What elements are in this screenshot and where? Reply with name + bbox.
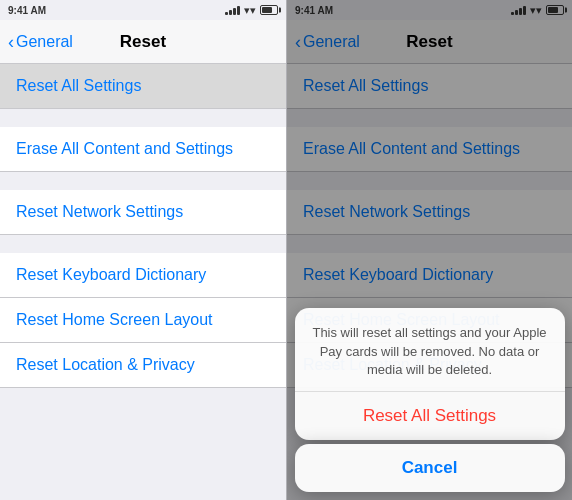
battery-icon	[260, 5, 278, 15]
back-button-left[interactable]: ‹ General	[8, 33, 73, 51]
nav-bar-left: ‹ General Reset	[0, 20, 286, 64]
section-4-left: Reset Keyboard Dictionary Reset Home Scr…	[0, 253, 286, 388]
settings-list-left: Reset All Settings Erase All Content and…	[0, 64, 286, 500]
location-label: Reset Location & Privacy	[16, 356, 195, 374]
section-1-left: Reset All Settings	[0, 64, 286, 109]
section-2-left: Erase All Content and Settings	[0, 127, 286, 172]
list-item-homescreen[interactable]: Reset Home Screen Layout	[0, 298, 286, 343]
keyboard-label: Reset Keyboard Dictionary	[16, 266, 206, 284]
left-panel: 9:41 AM ▾▾ ‹ General Reset Reset All Set…	[0, 0, 286, 500]
right-panel: 9:41 AM ▾▾ ‹ General Reset Reset All Set…	[286, 0, 572, 500]
status-bar-left: 9:41 AM ▾▾	[0, 0, 286, 20]
gap-1-left	[0, 109, 286, 127]
chevron-left-icon: ‹	[8, 33, 14, 51]
dialog-cancel-container: Cancel	[295, 444, 565, 492]
list-item-erase-all[interactable]: Erase All Content and Settings	[0, 127, 286, 172]
dialog-box: This will reset all settings and your Ap…	[295, 308, 565, 440]
gap-2-left	[0, 172, 286, 190]
dialog-cancel-button[interactable]: Cancel	[295, 444, 565, 492]
network-label: Reset Network Settings	[16, 203, 183, 221]
dialog-overlay: This will reset all settings and your Ap…	[287, 0, 572, 500]
list-item-network[interactable]: Reset Network Settings	[0, 190, 286, 235]
back-label-left: General	[16, 33, 73, 51]
dialog-message: This will reset all settings and your Ap…	[295, 308, 565, 392]
homescreen-label: Reset Home Screen Layout	[16, 311, 213, 329]
status-icons-left: ▾▾	[225, 4, 278, 17]
erase-all-label: Erase All Content and Settings	[16, 140, 233, 158]
reset-all-label: Reset All Settings	[16, 77, 141, 95]
gap-3-left	[0, 235, 286, 253]
signal-icon	[225, 5, 240, 15]
dialog-confirm-button[interactable]: Reset All Settings	[295, 392, 565, 440]
wifi-icon: ▾▾	[244, 4, 256, 17]
status-time-left: 9:41 AM	[8, 5, 46, 16]
list-item-keyboard[interactable]: Reset Keyboard Dictionary	[0, 253, 286, 298]
list-item-location[interactable]: Reset Location & Privacy	[0, 343, 286, 388]
section-3-left: Reset Network Settings	[0, 190, 286, 235]
nav-title-left: Reset	[120, 32, 166, 52]
list-item-reset-all[interactable]: Reset All Settings	[0, 64, 286, 109]
